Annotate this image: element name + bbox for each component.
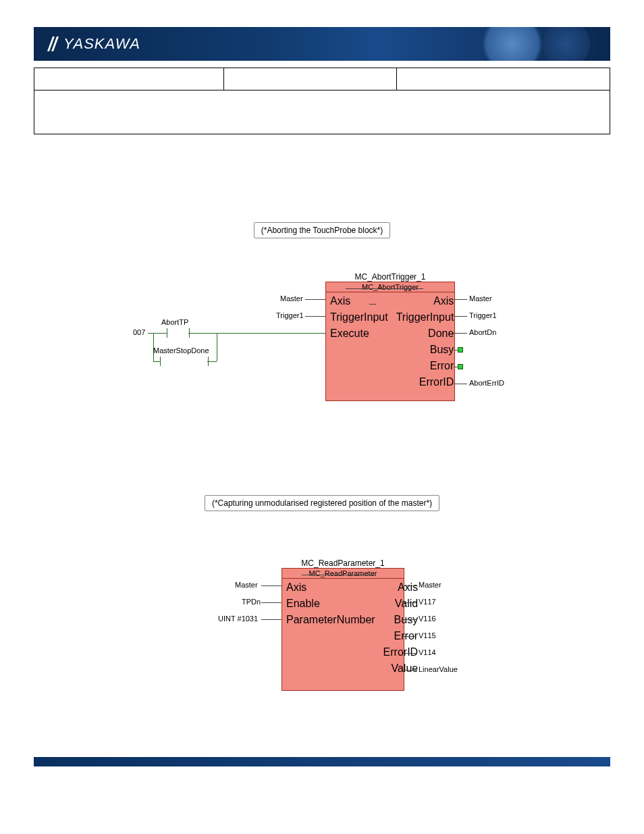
fb-port: Value: [391, 662, 418, 675]
ext-label-right: Trigger1: [469, 311, 497, 319]
fb-port: Axis: [330, 295, 350, 307]
table-row: [34, 68, 610, 90]
wire: [305, 299, 325, 300]
trigger-through-line: [369, 304, 376, 305]
info-table: [34, 68, 610, 134]
fb-port: Axis: [398, 581, 418, 594]
fb-type: MC_ReadParameter: [282, 569, 404, 579]
fb-port: Busy: [394, 614, 419, 626]
rung-number: 007: [133, 328, 145, 336]
fb-port: Axis: [286, 581, 306, 594]
fb-port: Valid: [395, 598, 418, 610]
wire: [261, 585, 281, 586]
wire: [261, 602, 281, 603]
ladder-contact: [160, 357, 209, 366]
wire: [188, 333, 325, 334]
fb-port: TriggerInput: [396, 311, 454, 323]
table-cell: [224, 68, 397, 90]
ladder-contact: [167, 328, 190, 338]
function-block: MC_AbortTrigger Axis TriggerInput Execut…: [325, 282, 455, 401]
page: YASKAWA (*Aborting the TouchProbe block*…: [0, 0, 644, 834]
wire: [207, 361, 217, 362]
diagram-section: (*Aborting the TouchProbe block*) 007 Ab…: [34, 222, 610, 694]
function-block-container: MC_AbortTrigger_1 MC_AbortTrigger Axis T…: [325, 272, 455, 401]
ext-label-right: V114: [419, 648, 436, 656]
fb-port: Axis: [433, 295, 454, 307]
contact-label: AbortTP: [161, 318, 188, 326]
fb-body: Axis Enable ParameterNumber Axis Valid B…: [282, 579, 404, 690]
fb-port: Done: [428, 328, 454, 340]
diagram-read-parameter: Master TPDn UINT #1031 MC_ReadParameter_…: [167, 558, 477, 694]
wire: [454, 316, 467, 317]
wire: [454, 333, 467, 334]
footer-bar: [34, 757, 610, 766]
ext-label-left: Master: [280, 294, 303, 303]
ext-label-right: V116: [419, 615, 436, 623]
fb-type: MC_AbortTrigger: [326, 282, 454, 292]
ext-label-right: V117: [419, 598, 436, 606]
axis-through-line: [346, 288, 423, 289]
fb-port: Busy: [430, 344, 454, 356]
header-banner: YASKAWA: [34, 27, 610, 61]
ext-label-right: V115: [419, 631, 436, 640]
comment-box: (*Capturing unmodularised registered pos…: [205, 495, 439, 511]
fb-inputs: Axis TriggerInput Execute: [326, 292, 392, 400]
fb-body: Axis TriggerInput Execute Axis TriggerIn…: [326, 292, 454, 400]
diagram-abort-trigger: 007 AbortTP MasterStopDone Master Trigge…: [133, 272, 511, 421]
wire: [403, 653, 417, 654]
fb-outputs: Axis TriggerInput Done Busy Error ErrorI…: [392, 292, 458, 400]
ext-label-left: TPDn: [242, 598, 261, 606]
fb-instance-name: MC_AbortTrigger_1: [325, 272, 455, 282]
function-block: MC_ReadParameter Axis Enable ParameterNu…: [281, 568, 404, 691]
fb-instance-name: MC_ReadParameter_1: [281, 558, 404, 568]
wire: [403, 636, 417, 637]
fb-port: Enable: [286, 598, 320, 610]
brand-logo: YASKAWA: [47, 35, 140, 53]
table-row: [34, 90, 610, 134]
status-dot-icon: [458, 364, 463, 369]
function-block-container: MC_ReadParameter_1 MC_ReadParameter Axis…: [281, 558, 404, 691]
wire: [153, 361, 160, 362]
fb-port: ErrorID: [383, 646, 419, 658]
fb-port: Error: [430, 360, 454, 372]
ext-label-right: LinearValue: [419, 665, 458, 673]
fb-port: Execute: [330, 328, 369, 340]
table-cell: [34, 90, 610, 134]
logo-slash-icon: [47, 36, 59, 51]
wire: [403, 670, 417, 671]
wire: [217, 333, 217, 361]
wire: [261, 619, 281, 620]
wire: [454, 384, 467, 384]
axis-through-line: [302, 575, 375, 575]
wire: [454, 299, 467, 300]
ext-label-right: AbortDn: [469, 328, 496, 336]
status-dot-icon: [458, 347, 463, 353]
table-cell: [397, 68, 610, 90]
brand-text: YASKAWA: [63, 35, 140, 53]
wire: [305, 316, 325, 317]
wire: [403, 619, 417, 620]
ext-label-right: AbortErrID: [469, 379, 504, 387]
wire: [403, 602, 417, 603]
ext-label-left: Trigger1: [276, 311, 304, 319]
ext-label-right: Master: [419, 581, 441, 589]
fb-inputs: Axis Enable ParameterNumber: [282, 579, 379, 690]
wire: [148, 333, 167, 334]
ext-label-right: Master: [469, 294, 492, 303]
comment-box: (*Aborting the TouchProbe block*): [254, 222, 391, 238]
ext-label-left: Master: [235, 581, 258, 589]
ext-label-left: UINT #1031: [218, 615, 258, 623]
fb-port: ErrorID: [419, 376, 454, 388]
fb-port: ParameterNumber: [286, 614, 375, 626]
fb-port: TriggerInput: [330, 311, 388, 323]
table-cell: [34, 68, 224, 90]
wire: [403, 585, 417, 586]
content-area: YASKAWA (*Aborting the TouchProbe block*…: [0, 0, 644, 694]
fb-outputs: Axis Valid Busy Error ErrorID Value: [379, 579, 423, 690]
contact-label: MasterStopDone: [153, 346, 209, 355]
